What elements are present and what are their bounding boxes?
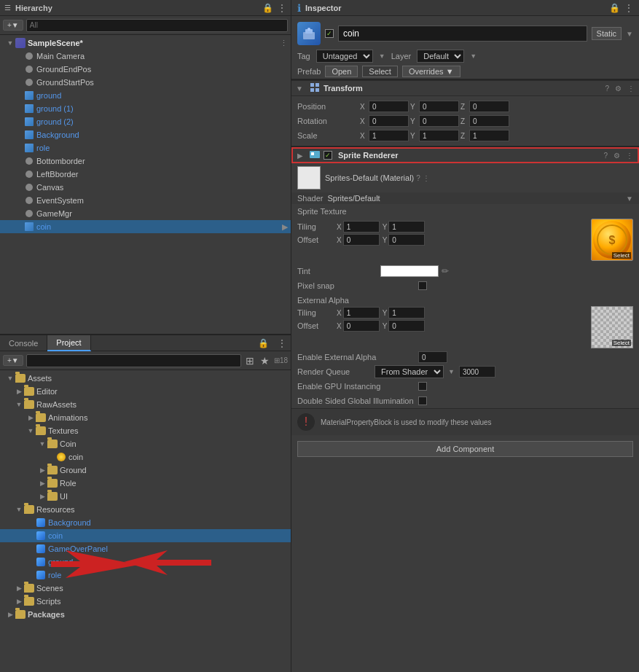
project-search[interactable]	[26, 354, 241, 367]
project-assets[interactable]: ▼ Assets	[0, 372, 291, 385]
double-sided-checkbox[interactable]	[418, 396, 427, 405]
sprite-renderer-settings-btn[interactable]: ⚙	[613, 152, 620, 160]
offset-x[interactable]	[343, 234, 380, 246]
static-btn[interactable]: Static	[592, 27, 622, 40]
project-coin-folder[interactable]: ▼ Coin	[0, 437, 291, 450]
position-z[interactable]	[469, 101, 509, 112]
shader-dropdown-arrow[interactable]: ▼	[626, 195, 633, 203]
sprite-renderer-help-btn[interactable]: ?	[603, 152, 608, 160]
project-coin-asset[interactable]: coin	[0, 450, 291, 464]
project-editor[interactable]: ▶ Editor	[0, 385, 291, 398]
tint-pipette-icon[interactable]: ✏	[442, 266, 449, 276]
transform-more-btn[interactable]: ⋮	[627, 85, 635, 93]
transform-title: Transform	[324, 84, 363, 93]
tint-color-preview[interactable]	[380, 265, 439, 277]
enable-ext-alpha-val[interactable]	[418, 351, 447, 363]
obj-active-checkbox[interactable]: ✓	[325, 29, 334, 38]
sprite-thumb-select-label[interactable]: Select	[612, 252, 631, 259]
project-scenes[interactable]: ▶ Scenes	[0, 582, 291, 595]
project-role-prefab[interactable]: role	[0, 569, 291, 582]
rotation-x[interactable]	[369, 115, 409, 127]
project-ground-folder[interactable]: ▶ Ground	[0, 464, 291, 477]
tree-item-role[interactable]: role	[0, 141, 291, 155]
static-dropdown-arrow[interactable]: ▼	[626, 30, 633, 38]
project-ground-prefab[interactable]: ground	[0, 555, 291, 569]
sprite-thumbnail[interactable]: $ Select	[591, 219, 633, 261]
tree-item-canvas[interactable]: Canvas	[0, 181, 291, 194]
tiling-y[interactable]	[388, 221, 425, 233]
project-more-btn[interactable]: ⋮	[273, 338, 291, 348]
project-lock-btn[interactable]: 🔒	[254, 338, 273, 348]
enable-gpu-checkbox[interactable]	[418, 382, 427, 391]
add-component-btn[interactable]: Add Component	[297, 441, 633, 457]
inspector-lock-btn[interactable]: 🔒	[609, 3, 620, 13]
tree-item-eventsystem[interactable]: EventSystem	[0, 194, 291, 207]
project-star-btn[interactable]: ★	[259, 353, 271, 368]
sprite-renderer-checkbox[interactable]: ✓	[324, 151, 332, 160]
transform-header[interactable]: ▼ Transform ? ⚙ ⋮	[291, 80, 639, 96]
project-background-prefab[interactable]: Background	[0, 516, 291, 529]
project-textures[interactable]: ▼ Textures	[0, 424, 291, 437]
prefab-select-btn[interactable]: Select	[362, 66, 398, 77]
tree-item-camera[interactable]: Main Camera	[0, 50, 291, 63]
tree-item-gamemgr[interactable]: GameMgr	[0, 207, 291, 220]
tiling-x[interactable]	[343, 221, 380, 233]
ext-tiling-y[interactable]	[388, 307, 425, 319]
offset-y[interactable]	[388, 234, 425, 246]
scale-y[interactable]	[419, 130, 459, 141]
rotation-z[interactable]	[469, 115, 509, 127]
transform-help-btn[interactable]: ?	[605, 85, 609, 93]
prefab-overrides-btn[interactable]: Overrides ▼	[402, 66, 460, 77]
project-resources[interactable]: ▼ Resources	[0, 503, 291, 516]
project-packages[interactable]: ▶ Packages	[0, 608, 291, 621]
tab-project[interactable]: Project	[47, 335, 90, 351]
project-role-folder[interactable]: ▶ Role	[0, 477, 291, 490]
rotation-y[interactable]	[419, 115, 459, 127]
tree-item-groundstartpos[interactable]: GroundStartPos	[0, 76, 291, 89]
tree-item-scene[interactable]: ▼ SampleScene* ⋮	[0, 36, 291, 50]
tree-item-groundendpos[interactable]: GroundEndPos	[0, 63, 291, 76]
hierarchy-search[interactable]	[26, 19, 288, 32]
render-queue-dropdown[interactable]: From Shader	[375, 365, 444, 378]
project-filter-btn[interactable]: ⊞	[244, 353, 256, 368]
tree-item-ground2[interactable]: ground (2)	[0, 115, 291, 128]
pixel-snap-checkbox[interactable]	[418, 281, 427, 290]
prefab-open-btn[interactable]: Open	[325, 66, 358, 77]
tree-item-background[interactable]: Background	[0, 128, 291, 141]
project-scripts[interactable]: ▶ Scripts	[0, 595, 291, 608]
tag-dropdown[interactable]: Untagged	[316, 50, 373, 63]
position-x[interactable]	[369, 101, 409, 112]
ext-offset-y[interactable]	[388, 320, 425, 332]
obj-name-input[interactable]	[338, 26, 587, 42]
inspector-more-btn[interactable]: ⋮	[624, 3, 633, 13]
scale-x[interactable]	[369, 130, 409, 141]
scene-more[interactable]: ⋮	[280, 39, 288, 48]
project-coin-prefab[interactable]: coin	[0, 529, 291, 542]
project-ui-folder[interactable]: ▶ UI	[0, 490, 291, 503]
tree-item-bottomborder[interactable]: Bottomborder	[0, 155, 291, 168]
sprite-renderer-more-btn[interactable]: ⋮	[626, 152, 633, 160]
transform-settings-btn[interactable]: ⚙	[615, 85, 622, 93]
hierarchy-more-btn[interactable]: ⋮	[278, 3, 286, 13]
layer-dropdown[interactable]: Default	[417, 50, 464, 63]
tree-item-ground1[interactable]: ground (1)	[0, 102, 291, 115]
sprite-renderer-header[interactable]: ▶ ✓ Sprite Renderer ? ⚙ ⋮	[291, 147, 639, 163]
tree-item-leftborder[interactable]: LeftBborder	[0, 168, 291, 181]
ext-alpha-thumbnail[interactable]: Select	[591, 306, 633, 348]
tab-console[interactable]: Console	[0, 335, 47, 351]
scale-z[interactable]	[469, 130, 509, 141]
ext-tiling-x[interactable]	[343, 307, 380, 319]
hierarchy-lock-btn[interactable]: 🔒	[262, 3, 273, 13]
position-y[interactable]	[419, 101, 459, 112]
tree-item-coin[interactable]: coin ▶	[0, 220, 291, 233]
ext-offset-x[interactable]	[343, 320, 380, 332]
coin-hier-more[interactable]: ▶	[282, 222, 288, 232]
project-add-btn[interactable]: +▼	[3, 355, 23, 366]
project-gameoverpanel-prefab[interactable]: GameOverPanel	[0, 542, 291, 555]
tree-item-ground[interactable]: ground	[0, 89, 291, 102]
render-queue-val[interactable]	[459, 366, 495, 378]
project-animations[interactable]: ▶ Animations	[0, 411, 291, 424]
ext-alpha-select-label[interactable]: Select	[612, 340, 631, 346]
hierarchy-add-btn[interactable]: +▼	[3, 20, 23, 31]
project-rawassets[interactable]: ▼ RawAssets	[0, 398, 291, 411]
